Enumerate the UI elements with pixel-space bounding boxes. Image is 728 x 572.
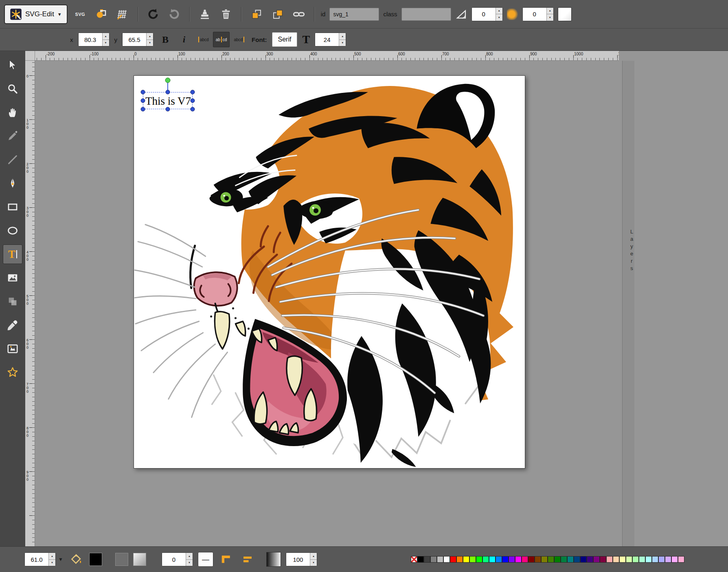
selection-handle-e[interactable]	[191, 99, 195, 103]
palette-swatch[interactable]	[463, 556, 469, 563]
eyedropper-tool-button[interactable]	[3, 315, 22, 335]
selection-handle-n[interactable]	[166, 90, 170, 95]
select-tool-button[interactable]	[3, 55, 22, 75]
text-tool-button[interactable]: T	[3, 244, 22, 264]
selection-handle-ne[interactable]	[191, 90, 195, 95]
palette-swatch[interactable]	[541, 556, 548, 563]
spinner-down-icon[interactable]: ▼	[186, 560, 193, 566]
spinner-down-icon[interactable]: ▼	[147, 40, 153, 46]
spinner-down-icon[interactable]: ▼	[339, 40, 346, 46]
rectangle-tool-button[interactable]	[3, 197, 22, 217]
palette-swatch[interactable]	[437, 556, 443, 563]
move-to-bottom-button[interactable]	[248, 6, 265, 23]
palette-swatch[interactable]	[469, 556, 476, 563]
spinner-down-icon[interactable]: ▼	[547, 14, 553, 21]
palette-swatch[interactable]	[509, 556, 515, 563]
palette-swatch[interactable]	[580, 556, 587, 563]
fill-tool-button[interactable]	[68, 551, 84, 568]
element-class-input[interactable]	[401, 8, 451, 21]
palette-swatch[interactable]	[482, 556, 489, 563]
stroke-gradient-swatch[interactable]	[133, 553, 146, 566]
layers-panel-toggle[interactable]: Layers	[622, 61, 634, 546]
zoom-input[interactable]	[25, 553, 48, 566]
palette-swatch[interactable]	[574, 556, 580, 563]
text-anchor-start-button[interactable]: abcd	[196, 32, 211, 47]
spinner-down-icon[interactable]: ▼	[496, 14, 502, 21]
spinner-up-icon[interactable]: ▲	[103, 33, 109, 40]
svg-canvas[interactable]: This is V7	[134, 75, 525, 469]
italic-button[interactable]: i	[177, 31, 191, 48]
palette-swatch[interactable]	[443, 556, 450, 563]
selection-handle-w[interactable]	[141, 99, 145, 103]
make-link-button[interactable]	[290, 6, 307, 23]
shape-library-button[interactable]	[3, 339, 22, 359]
palette-swatch[interactable]	[489, 556, 496, 563]
font-family-button[interactable]: Serif	[272, 32, 298, 47]
font-size-input[interactable]	[315, 33, 339, 46]
palette-swatch-none[interactable]	[411, 556, 417, 563]
zoom-dropdown-icon[interactable]: ▼	[58, 557, 63, 562]
palette-swatch[interactable]	[652, 556, 658, 563]
image-tool-button[interactable]	[3, 268, 22, 288]
palette-swatch[interactable]	[678, 556, 684, 563]
palette-swatch[interactable]	[639, 556, 645, 563]
pan-tool-button[interactable]	[3, 103, 22, 122]
palette-swatch[interactable]	[496, 556, 502, 563]
editor-preferences-button[interactable]	[114, 6, 131, 23]
pencil-tool-button[interactable]	[3, 126, 22, 146]
palette-swatch[interactable]	[593, 556, 600, 563]
tiger-artwork[interactable]	[134, 76, 525, 468]
selection-handle-nw[interactable]	[141, 90, 145, 95]
text-anchor-middle-button[interactable]: ab cd	[213, 32, 230, 47]
spinner-up-icon[interactable]: ▲	[49, 553, 55, 560]
selection-handle-sw[interactable]	[141, 107, 145, 112]
undo-button[interactable]	[145, 6, 162, 23]
element-id-input[interactable]	[329, 8, 379, 21]
redo-button[interactable]	[166, 6, 183, 23]
palette-swatch[interactable]	[548, 556, 554, 563]
angle-input[interactable]	[472, 8, 496, 21]
spinner-up-icon[interactable]: ▲	[547, 8, 553, 15]
spinner-up-icon[interactable]: ▲	[496, 8, 502, 15]
palette-swatch[interactable]	[430, 556, 437, 563]
palette-swatch[interactable]	[502, 556, 509, 563]
palette-swatch[interactable]	[456, 556, 463, 563]
palette-swatch[interactable]	[587, 556, 593, 563]
palette-swatch[interactable]	[535, 556, 541, 563]
palette-swatch[interactable]	[417, 556, 424, 563]
stroke-width-input[interactable]	[162, 553, 186, 566]
path-tool-button[interactable]	[3, 174, 22, 193]
bold-button[interactable]: B	[158, 31, 172, 48]
spinner-down-icon[interactable]: ▼	[49, 560, 55, 566]
palette-swatch[interactable]	[606, 556, 613, 563]
spinner-up-icon[interactable]: ▲	[186, 553, 193, 560]
spinner-up-icon[interactable]: ▲	[147, 33, 153, 40]
palette-swatch[interactable]	[619, 556, 626, 563]
fill-color-swatch[interactable]	[89, 553, 102, 566]
line-tool-button[interactable]	[3, 150, 22, 169]
delete-button[interactable]	[217, 6, 235, 23]
palette-swatch[interactable]	[554, 556, 561, 563]
palette-swatch[interactable]	[522, 556, 528, 563]
rotate-grip[interactable]	[165, 78, 171, 83]
selection-handle-se[interactable]	[191, 107, 195, 112]
spinner-down-icon[interactable]: ▼	[310, 560, 317, 566]
selection-handle-s[interactable]	[166, 107, 170, 112]
palette-swatch[interactable]	[515, 556, 522, 563]
linejoin-button[interactable]	[218, 551, 235, 568]
clone-tool-button[interactable]	[3, 292, 22, 311]
palette-swatch[interactable]	[665, 556, 671, 563]
stroke-dash-select[interactable]: —	[198, 552, 213, 567]
x-input[interactable]	[79, 33, 102, 46]
palette-swatch[interactable]	[645, 556, 652, 563]
linecap-button[interactable]	[239, 551, 256, 568]
palette-swatch[interactable]	[658, 556, 665, 563]
clone-button[interactable]	[196, 6, 213, 23]
palette-swatch[interactable]	[424, 556, 430, 563]
palette-swatch[interactable]	[626, 556, 632, 563]
stroke-color-swatch[interactable]	[115, 553, 128, 566]
palette-swatch[interactable]	[671, 556, 678, 563]
spinner-up-icon[interactable]: ▲	[339, 33, 346, 40]
palette-swatch[interactable]	[600, 556, 606, 563]
y-input[interactable]	[123, 33, 146, 46]
